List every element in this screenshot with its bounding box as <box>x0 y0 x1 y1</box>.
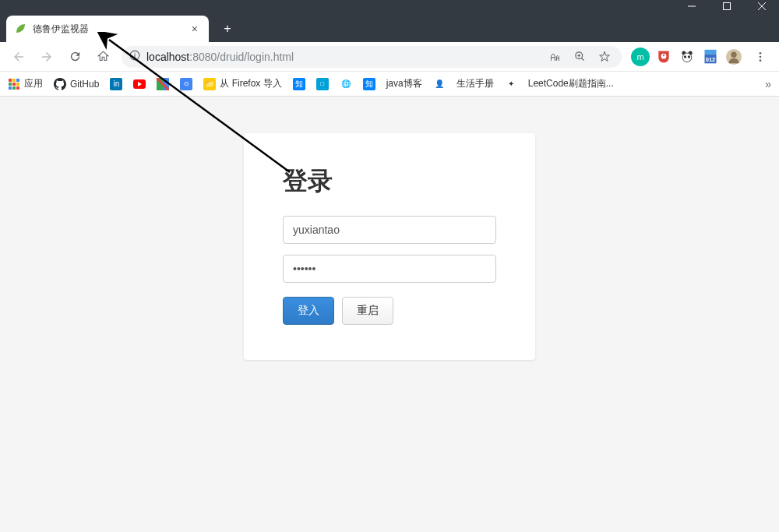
zhihu-icon-2: 知 <box>363 78 375 90</box>
bookmark-item[interactable]: 🌐 <box>340 78 352 90</box>
leetcode-icon: ✦ <box>505 78 517 90</box>
bookmark-item[interactable]: 知 <box>293 78 305 90</box>
svg-rect-34 <box>16 86 19 90</box>
svg-point-24 <box>760 55 762 58</box>
svg-rect-28 <box>16 79 19 82</box>
bookmark-apps[interactable]: 应用 <box>8 77 43 90</box>
bookmark-leetcode[interactable]: LeetCode刷题指南... <box>528 77 614 90</box>
svg-rect-1 <box>723 3 730 10</box>
svg-rect-31 <box>16 83 19 86</box>
bookmark-github[interactable]: GitHub <box>54 78 99 90</box>
login-button[interactable]: 登入 <box>283 297 334 325</box>
extension-ublock-icon[interactable] <box>654 48 673 66</box>
username-input[interactable] <box>283 216 496 244</box>
site-info-icon[interactable] <box>129 50 140 63</box>
bookmark-item[interactable] <box>157 78 169 90</box>
bookmarks-overflow-button[interactable]: » <box>757 78 771 90</box>
bookmarks-bar: 应用 GitHub in G 📁 从 Firefox 导入 知 □ 🌐 知 ja… <box>0 72 779 97</box>
apps-grid-icon <box>8 78 20 90</box>
face-icon: 👤 <box>433 78 446 90</box>
maximize-button[interactable] <box>709 0 744 12</box>
bilibili-icon: □ <box>316 78 329 90</box>
forward-button[interactable] <box>34 44 59 69</box>
tab-strip: 德鲁伊监视器 × + <box>0 12 779 42</box>
profile-avatar-icon[interactable] <box>724 48 743 66</box>
menu-button[interactable] <box>748 44 773 69</box>
bookmark-java-blog[interactable]: java博客 <box>386 77 422 90</box>
login-card: 登录 登入 重启 <box>244 133 535 360</box>
svg-rect-32 <box>9 86 12 90</box>
svg-rect-29 <box>9 83 12 86</box>
linkedin-icon: in <box>110 78 122 90</box>
password-input[interactable] <box>283 255 496 283</box>
bookmark-item[interactable]: 👤 <box>433 78 446 90</box>
svg-rect-27 <box>12 79 16 82</box>
folder-icon: 📁 <box>203 78 216 90</box>
svg-point-17 <box>688 55 690 58</box>
svg-rect-26 <box>9 79 12 82</box>
svg-point-25 <box>760 59 762 62</box>
bookmark-star-icon[interactable] <box>595 48 614 66</box>
page-content: 登录 登入 重启 <box>0 97 779 532</box>
reset-button[interactable]: 重启 <box>342 297 393 325</box>
zoom-icon[interactable] <box>570 48 589 66</box>
svg-rect-33 <box>12 86 16 90</box>
github-icon <box>54 78 66 90</box>
tab-close-icon[interactable]: × <box>189 21 201 37</box>
reload-button[interactable] <box>62 44 87 69</box>
minimize-button[interactable] <box>674 0 709 12</box>
bookmark-item[interactable]: □ <box>316 78 329 90</box>
translate-icon[interactable]: 🗛 <box>545 48 564 66</box>
bookmark-life-manual[interactable]: 生活手册 <box>456 77 494 90</box>
home-button[interactable] <box>90 44 115 69</box>
svg-point-6 <box>134 52 135 53</box>
extension-panda-icon[interactable] <box>678 48 696 66</box>
address-bar[interactable]: localhost:8080/druid/login.html 🗛 <box>122 46 622 68</box>
leaf-favicon-icon <box>14 23 26 35</box>
svg-point-23 <box>760 52 762 55</box>
back-button[interactable] <box>6 44 31 69</box>
close-window-button[interactable] <box>744 0 779 12</box>
svg-rect-30 <box>12 83 16 86</box>
extension-calendar-icon[interactable]: 012 <box>701 48 720 66</box>
svg-rect-18 <box>705 49 717 54</box>
bookmark-item[interactable]: ✦ <box>505 78 517 90</box>
svg-line-8 <box>581 58 583 60</box>
bookmark-item[interactable]: 知 <box>363 78 375 90</box>
browser-toolbar: localhost:8080/druid/login.html 🗛 m 012 <box>0 42 779 72</box>
youtube-icon <box>133 78 146 90</box>
svg-point-22 <box>731 51 736 57</box>
browser-tab-active[interactable]: 德鲁伊监视器 × <box>6 16 209 42</box>
window-titlebar <box>0 0 779 12</box>
svg-rect-12 <box>663 54 664 56</box>
bookmark-item[interactable]: in <box>110 78 122 90</box>
bookmark-item[interactable] <box>133 78 146 90</box>
google-maps-icon <box>157 78 169 90</box>
google-news-icon: G <box>180 78 192 90</box>
zhihu-icon: 知 <box>293 78 305 90</box>
tab-title: 德鲁伊监视器 <box>33 23 182 36</box>
login-title: 登录 <box>283 164 496 199</box>
url-text: localhost:8080/druid/login.html <box>146 51 539 63</box>
svg-point-15 <box>682 53 692 62</box>
new-tab-button[interactable]: + <box>217 18 238 40</box>
globe-icon: 🌐 <box>340 78 352 90</box>
bookmark-item[interactable]: G <box>180 78 192 90</box>
extension-teal-icon[interactable]: m <box>631 48 650 66</box>
svg-text:012: 012 <box>706 55 716 62</box>
svg-point-16 <box>684 55 686 58</box>
bookmark-firefox-import[interactable]: 📁 从 Firefox 导入 <box>203 77 281 90</box>
